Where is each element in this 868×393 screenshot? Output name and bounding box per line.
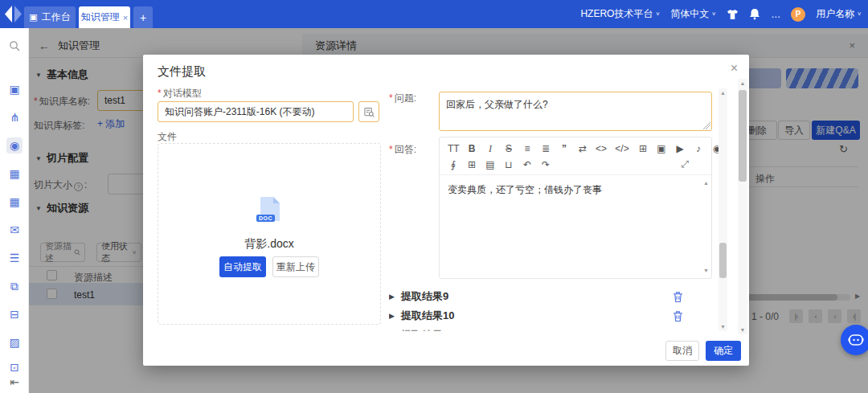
chevron-down-icon: ∨	[711, 11, 716, 17]
confirm-button[interactable]: 确定	[706, 341, 741, 361]
question-label: *问题:	[389, 92, 416, 105]
image-icon: ▨	[9, 336, 19, 349]
sidebar-item-org-chart[interactable]: ⋔	[6, 109, 23, 125]
scrollbar-thumb[interactable]	[719, 243, 727, 278]
upload-area[interactable]: DOC 背影.docx 自动提取 重新上传	[158, 143, 381, 325]
fullscreen-icon[interactable]: ⤢	[681, 158, 689, 170]
sidebar-item-chat[interactable]: ⊡	[6, 359, 23, 375]
left-icon-sidebar: ▣ ⋔ ◉ ▦ ▦ ✉ ☰ ⧉ ⊟ ▨ ⊡ ⇤	[0, 28, 29, 393]
model-label: *对话模型	[158, 87, 202, 100]
tab-close-icon[interactable]: ×	[123, 13, 128, 23]
strikethrough-icon[interactable]: S	[503, 142, 514, 155]
doc-type-badge: DOC	[256, 215, 275, 222]
audio-icon[interactable]: ♪	[693, 142, 704, 155]
code-block-icon[interactable]: </>	[614, 142, 630, 155]
sidebar-search-button[interactable]	[6, 38, 23, 54]
assistant-robot-icon	[847, 332, 865, 348]
scroll-down-icon[interactable]: ▼	[719, 324, 727, 330]
bullet-list-icon[interactable]: ≡	[522, 142, 533, 155]
quote-icon[interactable]: ”	[559, 142, 570, 155]
file-name: 背影.docx	[158, 237, 380, 252]
extract-result-item-clipped[interactable]: ▶ 提取结果11	[389, 326, 706, 331]
delete-result-button[interactable]	[673, 291, 683, 303]
sidebar-item-calendar[interactable]: ▦	[6, 166, 23, 182]
avatar[interactable]: P	[791, 7, 805, 22]
extract-result-item[interactable]: ▶ 提取结果9	[389, 288, 706, 305]
language-menu[interactable]: 简体中文 ∨	[670, 7, 716, 21]
triangle-right-icon: ▶	[389, 293, 395, 301]
platform-label: HZERO技术平台	[580, 7, 653, 21]
extract-result-item[interactable]: ▶ 提取结果10	[389, 307, 706, 325]
tab-knowledge-management[interactable]: 知识管理 ×	[79, 6, 130, 28]
sidebar-item-schedule[interactable]: ▦	[6, 194, 23, 210]
triangle-right-icon: ▶	[389, 312, 395, 320]
answer-content[interactable]: 变卖典质，还了亏空；借钱办了丧事 ▲ ▼	[440, 174, 711, 278]
sidebar-item-mail-settings[interactable]: ✉	[6, 222, 23, 238]
delete-result-button[interactable]	[673, 310, 683, 322]
sidebar-item-folder[interactable]: ⊟	[6, 306, 23, 322]
tab-workbench-label: 工作台	[42, 10, 71, 24]
chevron-down-icon: ∨	[655, 11, 660, 17]
qa-column-scrollbar[interactable]: ▲ ▼	[719, 88, 727, 331]
scroll-up-icon[interactable]: ▲	[703, 178, 709, 187]
ordered-list-icon[interactable]: ≣	[540, 142, 551, 155]
table-icon[interactable]: ⊞	[637, 142, 649, 155]
modal-close-icon[interactable]: ×	[731, 61, 738, 76]
video-icon[interactable]: ▶	[674, 142, 686, 155]
scrollbar-thumb[interactable]	[739, 90, 747, 182]
tab-add-button[interactable]: +	[133, 6, 153, 28]
collapse-icon: ⇤	[10, 375, 19, 388]
dialog-model-input[interactable]: 知识问答账户-2311版-16K (不要动)	[158, 101, 354, 122]
required-mark: *	[389, 92, 393, 104]
language-label: 简体中文	[670, 7, 709, 21]
clipboard-icon[interactable]: ▤	[485, 158, 496, 171]
assistant-fab[interactable]	[841, 325, 868, 355]
scroll-down-icon[interactable]: ▼	[703, 266, 709, 275]
sidebar-item-monitor[interactable]: ▣	[6, 81, 23, 97]
cancel-button[interactable]: 取消	[665, 341, 699, 361]
italic-icon[interactable]: I	[485, 142, 496, 155]
required-mark: *	[389, 144, 393, 155]
platform-menu[interactable]: HZERO技术平台 ∨	[580, 7, 660, 21]
undo-icon[interactable]: ↶	[522, 158, 533, 171]
image-insert-icon[interactable]: ▣	[656, 142, 667, 155]
result-label: 提取结果9	[401, 289, 448, 304]
theme-shirt-button[interactable]	[727, 9, 739, 20]
bold-icon[interactable]: B	[466, 142, 477, 155]
tab-knowledge-label: 知识管理	[81, 10, 120, 24]
auto-extract-button[interactable]: 自动提取	[219, 256, 266, 277]
sidebar-item-image[interactable]: ▨	[6, 334, 23, 350]
scroll-up-icon[interactable]: ▲	[738, 80, 747, 86]
folder-icon: ⊟	[10, 308, 19, 321]
table-edit-icon[interactable]: ⊞	[466, 158, 477, 171]
sidebar-item-layers[interactable]: ⧉	[6, 278, 23, 294]
redo-icon[interactable]: ↷	[540, 158, 551, 171]
trash-icon[interactable]: ⊔	[503, 158, 514, 171]
attachment-icon[interactable]: ∮	[448, 158, 459, 171]
question-textarea[interactable]: 回家后，父亲做了什么?	[439, 92, 712, 131]
required-mark: *	[158, 88, 162, 99]
sidebar-item-knowledge-app[interactable]: ◉	[6, 137, 23, 154]
scroll-down-icon[interactable]: ▼	[738, 327, 747, 333]
sidebar-collapse-button[interactable]: ⇤	[6, 374, 23, 390]
shirt-icon	[727, 9, 739, 20]
wrap-icon[interactable]: ⇄	[577, 142, 588, 155]
search-icon	[9, 40, 20, 51]
modal-scrollbar[interactable]: ▲ ▼	[738, 79, 747, 334]
model-lov-button[interactable]	[358, 101, 379, 122]
mail-settings-icon: ✉	[10, 223, 19, 236]
inline-code-icon[interactable]: <>	[596, 142, 607, 155]
tab-workbench[interactable]: ▣ 工作台	[24, 6, 76, 28]
lov-select-icon	[364, 107, 375, 117]
more-menu-button[interactable]: …	[771, 9, 780, 20]
heading-icon[interactable]: TT	[448, 142, 459, 155]
result-label: 提取结果10	[401, 309, 454, 323]
user-menu[interactable]: 用户名称 ∨	[816, 7, 862, 21]
re-upload-button[interactable]: 重新上传	[272, 256, 319, 277]
notifications-button[interactable]	[749, 8, 760, 20]
sidebar-item-sliders[interactable]: ☰	[6, 250, 23, 266]
org-chart-icon: ⋔	[10, 111, 19, 124]
resize-handle[interactable]	[703, 122, 710, 129]
answer-rich-editor[interactable]: TT B I S ≡ ≣ ” ⇄ <> </> ⊞ ▣ ▶ ♪ ◉ ∮ ⊞ ▤ …	[439, 137, 712, 279]
scroll-up-icon[interactable]: ▲	[719, 90, 727, 96]
